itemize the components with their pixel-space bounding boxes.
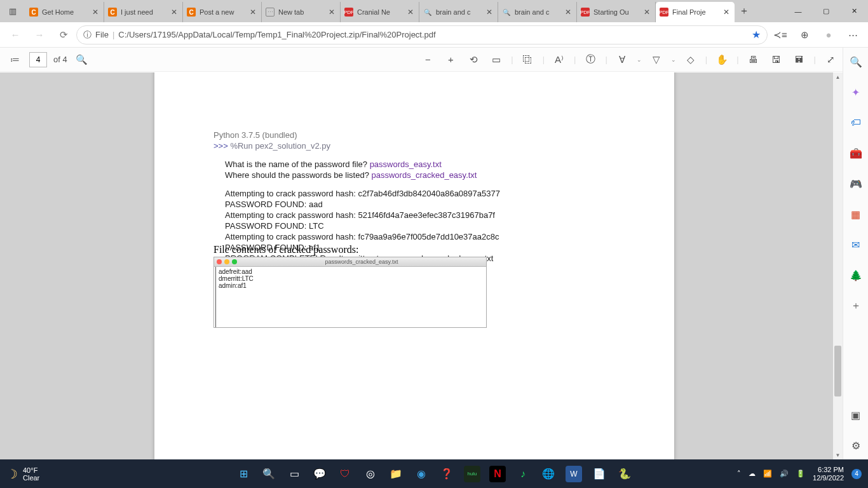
close-icon[interactable]: ✕ [327, 8, 336, 17]
page-number-input[interactable] [29, 52, 47, 67]
chrome-icon[interactable]: 🌐 [540, 466, 557, 482]
help-icon[interactable]: ❓ [438, 466, 455, 482]
favorite-star-icon[interactable]: ★ [752, 29, 761, 41]
vertical-scrollbar[interactable]: ▲ ▼ [833, 72, 843, 459]
pdf-icon: PDF [581, 8, 590, 17]
python-icon[interactable]: 🐍 [616, 466, 633, 482]
minimize-button[interactable]: — [784, 0, 812, 22]
address-bar[interactable]: ⓘ File | C:/Users/17195/AppData/Local/Te… [76, 25, 768, 44]
favorites-button[interactable]: ≺≡ [769, 29, 792, 41]
taskbar-apps: ⊞ 🔍 ▭ 💬 🛡 ◎ 📁 ◉ ❓ hulu N ♪ 🌐 W 📄 🐍 [235, 466, 633, 482]
moon-icon: ☽ [6, 466, 18, 482]
scroll-down-icon[interactable]: ▼ [833, 451, 843, 459]
search-sidebar-icon[interactable]: 🔍 [848, 54, 864, 69]
pdf-viewer[interactable]: Python 3.7.5 (bundled) >>> %Run pex2_sol… [0, 72, 843, 459]
outlook-icon[interactable]: ✉ [848, 237, 864, 252]
close-traffic-icon [217, 259, 222, 264]
info-icon[interactable]: ⓘ [83, 29, 92, 41]
close-icon[interactable]: ✕ [642, 8, 651, 17]
draw-button[interactable]: ∀ [614, 51, 630, 68]
office-icon[interactable]: ▦ [848, 207, 864, 222]
add-sidebar-icon[interactable]: ＋ [848, 298, 864, 313]
tab-active[interactable]: PDFFinal Proje✕ [656, 2, 735, 22]
shopping-tag-icon[interactable]: 🏷 [848, 115, 864, 130]
refresh-button[interactable]: ⟳ [52, 25, 75, 45]
tray-chevron-icon[interactable]: ˄ [737, 470, 741, 478]
maximize-button[interactable]: ▢ [812, 0, 840, 22]
add-text-button[interactable]: Ⓣ [582, 51, 599, 68]
save-button[interactable]: 🖫 [768, 51, 785, 68]
highlight-button[interactable]: ▽ [648, 51, 665, 68]
contents-button[interactable]: ≔ [6, 51, 23, 68]
notepad-icon[interactable]: 📄 [591, 466, 607, 482]
back-button[interactable]: ← [4, 25, 27, 45]
tab[interactable]: CI just need✕ [104, 2, 183, 22]
tab[interactable]: 🔍brain and c✕ [419, 2, 498, 22]
menu-button[interactable]: ⋯ [841, 29, 864, 41]
tab[interactable]: PDFCranial Ne✕ [341, 2, 419, 22]
app-icon[interactable]: ◎ [362, 466, 379, 482]
chevron-down-icon[interactable]: ⌄ [637, 57, 642, 63]
tab[interactable]: PDFStarting Ou✕ [577, 2, 656, 22]
tab-actions-button[interactable]: ▥ [3, 2, 23, 21]
volume-icon[interactable]: 🔊 [780, 470, 789, 478]
sparkle-icon[interactable]: ✦ [848, 85, 864, 100]
weather-widget[interactable]: ☽ 40°F Clear [6, 466, 39, 482]
games-icon[interactable]: 🎮 [848, 176, 864, 191]
page-view-button[interactable]: ⿻ [520, 51, 536, 68]
print-button[interactable]: 🖶 [745, 51, 762, 68]
zoom-out-button[interactable]: − [419, 51, 436, 68]
battery-icon[interactable]: 🔋 [796, 470, 805, 478]
pdf-icon: PDF [660, 8, 668, 17]
close-window-button[interactable]: ✕ [840, 0, 868, 22]
zoom-in-button[interactable]: + [442, 51, 459, 68]
close-icon[interactable]: ✕ [485, 8, 494, 17]
scroll-up-icon[interactable]: ▲ [833, 72, 843, 81]
tree-icon[interactable]: 🌲 [848, 268, 864, 283]
chat-icon[interactable]: 💬 [311, 466, 328, 482]
taskbar[interactable]: ☽ 40°F Clear ⊞ 🔍 ▭ 💬 🛡 ◎ 📁 ◉ ❓ hulu N ♪ … [0, 459, 868, 488]
tab[interactable]: CGet Home✕ [25, 2, 104, 22]
tab[interactable]: CPost a new✕ [183, 2, 262, 22]
netflix-icon[interactable]: N [489, 466, 506, 482]
search-button[interactable]: 🔍 [261, 466, 277, 482]
clock[interactable]: 6:32 PM 12/9/2022 [813, 466, 844, 482]
read-aloud-button[interactable]: A⁾ [551, 51, 567, 68]
close-icon[interactable]: ✕ [406, 8, 415, 17]
collections-button[interactable]: ⊕ [793, 29, 816, 41]
erase-button[interactable]: ◇ [682, 51, 699, 68]
explorer-icon[interactable]: 📁 [388, 466, 404, 482]
scrollbar-thumb[interactable] [834, 346, 841, 396]
fit-page-button[interactable]: ▭ [488, 51, 505, 68]
tools-icon[interactable]: 🧰 [848, 146, 864, 161]
chevron-down-icon[interactable]: ⌄ [671, 57, 676, 63]
save-as-button[interactable]: 🖬 [791, 51, 808, 68]
sidebar-settings-icon[interactable]: ⚙ [848, 438, 864, 453]
word-icon[interactable]: W [566, 466, 582, 482]
close-icon[interactable]: ✕ [722, 8, 731, 17]
hand-tool-button[interactable]: ✋ [714, 51, 730, 68]
collapse-sidebar-icon[interactable]: ▣ [848, 407, 864, 423]
tab-title: I just need [121, 8, 166, 16]
start-button[interactable]: ⊞ [235, 466, 252, 482]
edge-app-icon[interactable]: ◉ [413, 466, 430, 482]
tab[interactable]: 🔍brain and c✕ [498, 2, 577, 22]
close-icon[interactable]: ✕ [170, 8, 179, 17]
tab[interactable]: ⋯New tab✕ [262, 2, 341, 22]
profile-button[interactable]: ● [817, 29, 840, 40]
rotate-button[interactable]: ⟲ [465, 51, 482, 68]
find-button[interactable]: 🔍 [74, 51, 90, 68]
task-view-button[interactable]: ▭ [286, 466, 302, 482]
onedrive-icon[interactable]: ☁ [749, 470, 756, 478]
spotify-icon[interactable]: ♪ [515, 466, 531, 482]
close-icon[interactable]: ✕ [91, 8, 100, 17]
close-icon[interactable]: ✕ [248, 8, 257, 17]
close-icon[interactable]: ✕ [564, 8, 573, 17]
tab-title: Get Home [42, 8, 87, 16]
mcafee-icon[interactable]: 🛡 [337, 466, 353, 482]
fullscreen-button[interactable]: ⤢ [822, 51, 839, 68]
new-tab-button[interactable]: ＋ [735, 0, 754, 22]
hulu-icon[interactable]: hulu [464, 466, 480, 482]
wifi-icon[interactable]: 📶 [763, 470, 772, 478]
notification-badge[interactable]: 4 [851, 469, 862, 479]
